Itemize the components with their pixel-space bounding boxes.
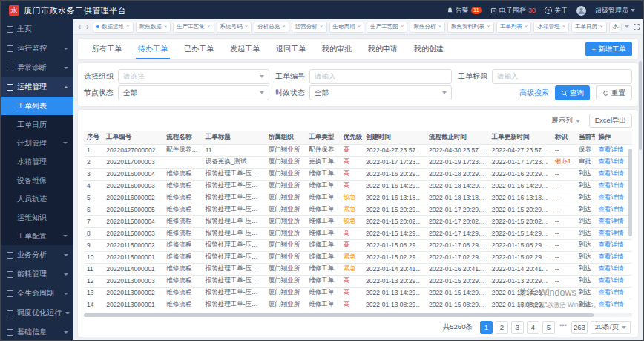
sidebar-item-能耗管理[interactable]: 能耗管理 (1, 264, 73, 284)
view-detail-link[interactable]: 查看详情 (598, 241, 623, 248)
tab-发起工单[interactable]: 发起工单 (222, 39, 268, 59)
page-scrollbar[interactable] (639, 61, 642, 150)
opened-tab-工单日历[interactable]: 工单日历× (571, 22, 607, 33)
opened-tab-生命周期[interactable]: 生命周期× (329, 22, 365, 33)
view-detail-link[interactable]: 查看详情 (598, 146, 623, 153)
opened-tab-系统号码[interactable]: 系统号码× (217, 22, 252, 33)
view-detail-link[interactable]: 查看详情 (598, 276, 623, 284)
sidebar-subitem-工单列表[interactable]: 工单列表 (1, 97, 73, 115)
close-icon[interactable]: × (525, 24, 528, 30)
close-icon[interactable]: × (401, 24, 404, 30)
close-icon[interactable]: × (438, 24, 441, 30)
advanced-search-link[interactable]: 高级搜索 (519, 88, 549, 98)
about-button[interactable]: ? 关于 (545, 6, 568, 16)
view-detail-link[interactable]: 查看详情 (598, 217, 623, 224)
page-button-3[interactable]: 3 (511, 321, 524, 334)
sidebar-subitem-计划管理[interactable]: 计划管理 (1, 134, 73, 152)
view-detail-link[interactable]: 查看详情 (598, 193, 623, 201)
sidebar-item-主页[interactable]: 主页 (1, 19, 73, 39)
tab-所有工单[interactable]: 所有工单 (84, 39, 130, 59)
opened-tab-聚焦数据[interactable]: 聚焦数据× (136, 22, 171, 33)
close-icon[interactable]: × (126, 24, 130, 30)
cell: 高 (341, 239, 363, 251)
reset-button[interactable]: 重置 (596, 85, 632, 100)
tab-待办工单[interactable]: 待办工单 (130, 39, 176, 59)
sidebar-item-基础信息[interactable]: 基础信息 (1, 322, 73, 340)
tabs-menu-icon[interactable] (625, 25, 629, 28)
sidebar-item-调度优化运行[interactable]: 调度优化运行 (1, 303, 73, 322)
add-workorder-button[interactable]: + 新增工单 (585, 42, 632, 56)
close-icon[interactable]: × (487, 24, 490, 30)
cell: 2022-01-15 08:29:22 (363, 239, 426, 251)
view-detail-link[interactable]: 查看详情 (598, 288, 623, 296)
opened-tab-水箱高峰计划[interactable]: 水箱高峰计划× (609, 22, 619, 33)
title-input[interactable]: 请输入 (492, 69, 632, 84)
sidebar-subitem-人员轨迹[interactable]: 人员轨迹 (1, 189, 73, 208)
opened-tab-水箱管理[interactable]: 水箱管理× (533, 22, 569, 33)
tabs-scroll-right-icon[interactable]: › (85, 22, 91, 31)
page-button-last[interactable]: 263 (571, 321, 588, 334)
horizontal-scrollbar[interactable] (84, 313, 632, 317)
view-detail-link[interactable]: 查看详情 (598, 157, 623, 165)
view-detail-link[interactable]: 查看详情 (598, 229, 623, 236)
view-detail-link[interactable]: 查看详情 (598, 181, 623, 189)
view-detail-link[interactable]: 查看详情 (598, 253, 623, 260)
urge-link[interactable]: 催办1 (552, 156, 576, 168)
show-columns-dropdown[interactable]: 展示列 (551, 116, 580, 126)
view-detail-link[interactable]: 查看详情 (598, 169, 623, 177)
opened-tab-分析总览[interactable]: 分析总览× (254, 22, 289, 33)
close-icon[interactable]: × (282, 24, 286, 30)
close-icon[interactable]: × (245, 24, 249, 30)
opened-tab-运营分析[interactable]: 运营分析× (292, 22, 327, 33)
user-menu[interactable]: 超级管理员 (595, 6, 635, 16)
excel-export-button[interactable]: Excel导出 (589, 114, 632, 128)
close-icon[interactable]: × (562, 24, 565, 30)
page-button-5[interactable]: 5 (542, 321, 555, 334)
order-no-input[interactable]: 请输入 (309, 69, 452, 84)
fence-button[interactable]: 电子围栏 30 (490, 6, 536, 16)
vertical-scrollbar[interactable] (628, 149, 632, 236)
avatar[interactable] (576, 6, 586, 16)
opened-tab-数据运维[interactable]: 数据运维× (93, 22, 134, 33)
org-select[interactable]: 请选择 (118, 69, 269, 84)
sidebar-subitem-设备维保[interactable]: 设备维保 (1, 171, 73, 189)
fullscreen-icon[interactable] (634, 24, 640, 30)
sidebar-item-运维管理[interactable]: 运维管理 (1, 77, 73, 97)
tab-已办工单[interactable]: 已办工单 (176, 39, 222, 59)
sidebar-subitem-水箱管理[interactable]: 水箱管理 (1, 152, 73, 171)
page-button-1[interactable]: 1 (480, 321, 493, 334)
node-status-select[interactable]: 全部 (118, 85, 269, 100)
opened-tab-聚焦资料列表[interactable]: 聚焦资料列表× (447, 22, 494, 33)
opened-tab-生产工艺图[interactable]: 生产工艺图× (367, 22, 407, 33)
close-icon[interactable]: × (207, 24, 211, 30)
alarm-button[interactable]: 告警 11 (447, 6, 482, 16)
tab-我的创建[interactable]: 我的创建 (406, 39, 452, 59)
sidebar-subitem-工单日历[interactable]: 工单日历 (1, 115, 73, 134)
aging-status-select[interactable]: 全部 (309, 85, 452, 100)
close-icon[interactable]: × (599, 24, 603, 30)
pages-ellipsis[interactable]: ••• (558, 321, 568, 334)
opened-tab-工单列表[interactable]: 工单列表× (496, 22, 532, 33)
view-detail-link[interactable]: 查看详情 (598, 205, 623, 212)
close-icon[interactable]: × (358, 24, 361, 30)
tab-退回工单[interactable]: 退回工单 (268, 39, 314, 59)
sidebar-item-异常诊断[interactable]: 异常诊断 (1, 58, 73, 77)
opened-tab-生产工艺集[interactable]: 生产工艺集× (173, 22, 214, 33)
page-button-4[interactable]: 4 (527, 321, 539, 334)
view-detail-link[interactable]: 查看详情 (598, 264, 623, 272)
sidebar-item-业务分析[interactable]: 业务分析 (1, 245, 73, 264)
view-detail-link[interactable]: 查看详情 (598, 300, 623, 308)
sidebar-subitem-工单配置[interactable]: 工单配置 (1, 227, 73, 245)
search-button[interactable]: 查询 (555, 85, 590, 100)
close-icon[interactable]: × (164, 24, 168, 30)
tab-我的申请[interactable]: 我的申请 (360, 39, 406, 59)
page-button-2[interactable]: 2 (496, 321, 508, 334)
page-size-select[interactable]: 20条/页 (591, 321, 631, 334)
opened-tab-聚焦分析[interactable]: 聚焦分析× (410, 22, 445, 33)
close-icon[interactable]: × (320, 24, 323, 30)
sidebar-item-运行监控[interactable]: 运行监控 (1, 39, 73, 58)
tab-我的审批[interactable]: 我的审批 (314, 39, 360, 59)
sidebar-subitem-运维知识[interactable]: 运维知识 (1, 208, 73, 227)
sidebar-item-全生命周期[interactable]: 全生命周期 (1, 284, 73, 303)
tabs-scroll-left-icon[interactable]: ‹ (76, 22, 82, 31)
